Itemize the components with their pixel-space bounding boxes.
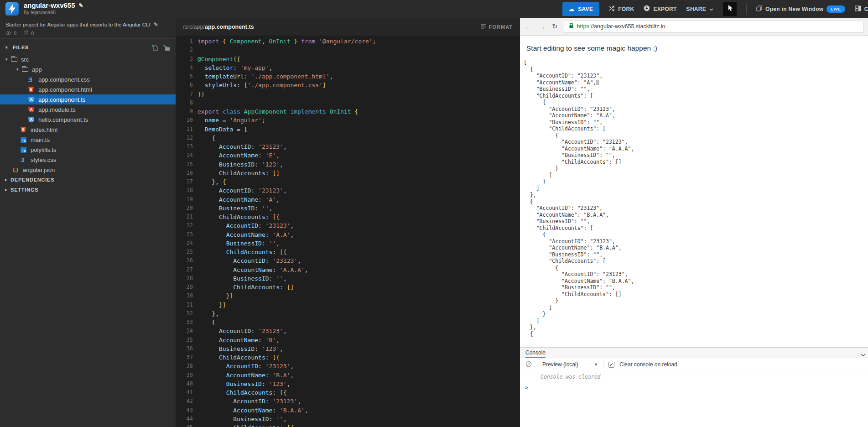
stackblitz-logo-icon[interactable] xyxy=(5,2,19,16)
close-preview-button[interactable]: Close xyxy=(855,5,868,13)
code-line[interactable]: 38 AccountID: '23123', xyxy=(176,362,520,370)
save-button[interactable]: ☁ SAVE xyxy=(562,2,599,16)
json-line: "AccountID": "23123", xyxy=(524,106,868,113)
new-folder-button[interactable] xyxy=(163,44,170,51)
code-line[interactable]: 22 AccountID: '23123', xyxy=(176,221,520,230)
file-item-styles.css[interactable]: Ǝstyles.css xyxy=(0,155,176,165)
forward-icon[interactable]: → xyxy=(538,23,546,31)
code-line[interactable]: 26 AccountID: '23123', xyxy=(176,256,520,265)
line-number: 43 xyxy=(176,406,193,415)
line-number: 40 xyxy=(176,380,193,388)
file-item-app.component.html[interactable]: 5app.component.html xyxy=(0,84,176,94)
author-line: By tejasrana95 xyxy=(24,10,83,15)
code-line[interactable]: 19 AccountName: 'A', xyxy=(176,195,520,204)
json-line: "AccountID": "23123", xyxy=(524,205,868,212)
url-input[interactable]: https://angular-wxv655.stackblitz.io xyxy=(564,21,863,33)
code-line[interactable]: 14 AccountName: 'E', xyxy=(176,151,520,160)
fork-button[interactable]: FORK xyxy=(609,5,634,13)
file-item-app[interactable]: ▾app xyxy=(0,64,176,74)
code-line[interactable]: 31 }] xyxy=(176,301,520,309)
code-line[interactable]: 7}) xyxy=(176,90,520,99)
code-line[interactable]: 10 name = 'Angular'; xyxy=(176,116,520,125)
code-line[interactable]: 40 BusinessID: '123', xyxy=(176,380,520,388)
code-line[interactable]: 23 AccountName: 'A.A', xyxy=(176,230,520,239)
file-item-src[interactable]: ▾src xyxy=(0,54,176,64)
dependencies-section-header[interactable]: ▸ DEPENDENCIES xyxy=(0,175,176,185)
code-line[interactable]: 36 BusinessID: '123', xyxy=(176,344,520,353)
code-line[interactable]: 13 AccountID: '23123', xyxy=(176,142,520,151)
caret-down-icon[interactable]: ▾ xyxy=(16,67,22,72)
edit-description-icon[interactable]: ✎ xyxy=(154,21,158,28)
console-tab[interactable]: Console xyxy=(525,349,546,358)
pointer-tool-button[interactable] xyxy=(723,2,737,16)
file-item-main.ts[interactable]: TSmain.ts xyxy=(0,135,176,145)
file-item-app.component.css[interactable]: Ǝapp.component.css xyxy=(0,74,176,84)
code-line[interactable]: 12 { xyxy=(176,134,520,142)
toolbar-divider xyxy=(537,361,537,368)
code-line[interactable]: 2 xyxy=(176,46,520,54)
caret-down-icon[interactable]: ▾ xyxy=(5,57,11,62)
code-line[interactable]: 6 styleUrls: ['./app.component.css'] xyxy=(176,81,520,89)
code-line[interactable]: 30 }] xyxy=(176,292,520,300)
code-line[interactable]: 18 AccountID: '23123', xyxy=(176,186,520,195)
json-line: { xyxy=(524,198,868,205)
settings-section-header[interactable]: ▸ SETTINGS xyxy=(0,185,176,195)
export-button[interactable]: EXPORT xyxy=(644,5,676,13)
code-line[interactable]: 32 }, xyxy=(176,309,520,318)
code-line[interactable]: 44 BusinessID: '', xyxy=(176,415,520,423)
console-source-dropdown[interactable]: Preview (local) ▼ xyxy=(542,361,598,368)
code-line[interactable]: 34 AccountID: '23123', xyxy=(176,327,520,335)
files-section-header[interactable]: ▾ FILES xyxy=(0,41,176,54)
code-line[interactable]: 4 selector: 'my-app', xyxy=(176,63,520,72)
clear-on-reload-checkbox[interactable]: ✓ xyxy=(608,362,614,368)
code-line[interactable]: 5 templateUrl: './app.component.html', xyxy=(176,72,520,81)
code-line[interactable]: 9export class AppComponent implements On… xyxy=(176,107,520,116)
code-line[interactable]: 45 ChildAccounts: [{ xyxy=(176,423,520,427)
back-icon[interactable]: ← xyxy=(525,23,532,31)
line-number: 38 xyxy=(176,362,193,370)
share-button[interactable]: SHARE xyxy=(686,6,714,12)
code-line[interactable]: 27 AccountName: 'A.A.A', xyxy=(176,266,520,274)
code-line[interactable]: 8 xyxy=(176,99,520,107)
json-line: ] xyxy=(524,185,868,192)
new-file-button[interactable] xyxy=(151,44,158,51)
file-item-angular.json[interactable]: {..}angular.json xyxy=(0,165,176,175)
console-collapse-icon[interactable] xyxy=(861,350,866,359)
file-item-index.html[interactable]: 5index.html xyxy=(0,125,176,135)
code-line[interactable]: 29 ChildAccounts: [] xyxy=(176,283,520,292)
code-line[interactable]: 41 ChildAccounts: [{ xyxy=(176,388,520,397)
code-line[interactable]: 3@Component({ xyxy=(176,55,520,63)
code-line[interactable]: 17 }, { xyxy=(176,177,520,186)
code-line[interactable]: 21 ChildAccounts: [{ xyxy=(176,213,520,221)
line-number: 8 xyxy=(176,99,193,107)
code-line[interactable]: 28 BusinessID: '', xyxy=(176,274,520,283)
code-line[interactable]: 24 BusinessID: '', xyxy=(176,239,520,248)
open-in-new-window-button[interactable]: Open in New Window LIVE xyxy=(756,5,845,13)
code-line[interactable]: 35 AccountName: 'B', xyxy=(176,336,520,344)
file-item-app.component.ts[interactable]: Aapp.component.ts xyxy=(0,94,176,104)
console-input[interactable]: > xyxy=(520,382,868,393)
file-item-hello.component.ts[interactable]: Ahello.component.ts xyxy=(0,115,176,125)
clear-console-icon[interactable] xyxy=(525,361,532,369)
code-line[interactable]: 20 BusinessID: '', xyxy=(176,204,520,213)
code-line[interactable]: 43 AccountName: 'B.A.A', xyxy=(176,406,520,415)
refresh-icon[interactable]: ↻ xyxy=(552,22,558,31)
code-line[interactable]: 33 { xyxy=(176,318,520,327)
format-button[interactable]: FORMAT xyxy=(481,24,513,30)
file-item-app.module.ts[interactable]: Aapp.module.ts xyxy=(0,104,176,115)
code-line[interactable]: 37 ChildAccounts: [{ xyxy=(176,353,520,362)
code-line[interactable]: 15 BusinessID: '123', xyxy=(176,160,520,169)
code-line[interactable]: 42 AccountID: '23123', xyxy=(176,397,520,406)
edit-title-icon[interactable]: ✎ xyxy=(79,2,83,9)
code-line[interactable]: 1import { Component, OnInit } from '@ang… xyxy=(176,37,520,46)
code-line[interactable]: 39 AccountName: 'B.A', xyxy=(176,371,520,380)
file-item-polyfills.ts[interactable]: TSpolyfills.ts xyxy=(0,145,176,155)
line-number: 19 xyxy=(176,195,193,204)
code-line[interactable]: 11 DemoData = [ xyxy=(176,125,520,134)
json-line: }, xyxy=(524,324,868,331)
preview-heading: Start editing to see some magic happen :… xyxy=(526,44,868,52)
code-line[interactable]: 25 ChildAccounts: [{ xyxy=(176,248,520,256)
code-line[interactable]: 16 ChildAccounts: [] xyxy=(176,169,520,177)
code-editor[interactable]: 1import { Component, OnInit } from '@ang… xyxy=(176,36,520,427)
preview-browser-bar: ← → ↻ https://angular-wxv655.stackblitz.… xyxy=(520,18,868,36)
